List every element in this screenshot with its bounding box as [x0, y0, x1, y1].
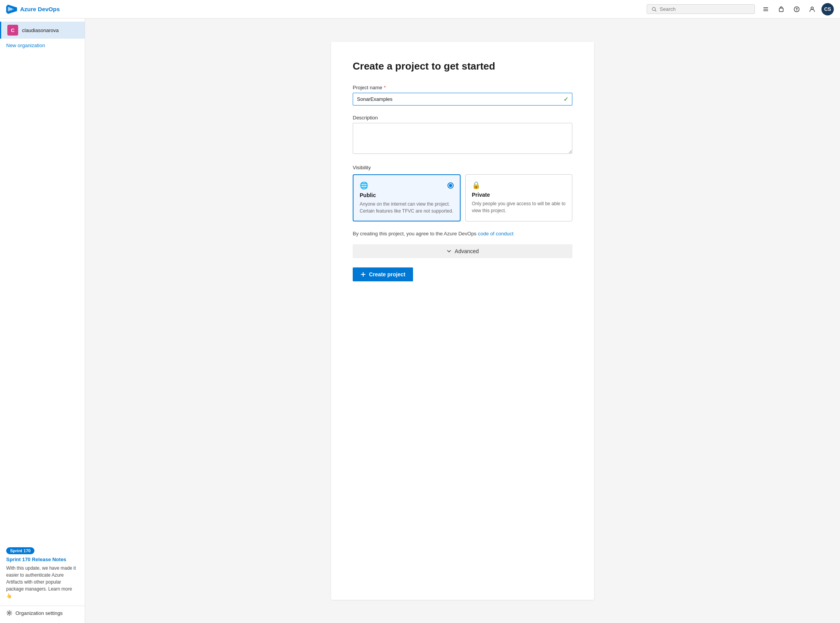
- logo-text: Azure DevOps: [20, 6, 60, 12]
- user-avatar[interactable]: CS: [821, 3, 834, 15]
- main-content: Create a project to get started Project …: [85, 19, 840, 623]
- svg-point-0: [652, 7, 656, 10]
- sidebar: C claudiasonarova New organization Sprin…: [0, 19, 85, 623]
- svg-rect-4: [763, 10, 768, 11]
- lock-icon: 🔒: [472, 181, 480, 189]
- project-name-input-wrapper: ✓: [353, 93, 572, 106]
- search-icon: [652, 7, 657, 12]
- public-radio-inner: [449, 184, 452, 187]
- visibility-private-card[interactable]: 🔒 Private Only people you give access to…: [465, 174, 572, 221]
- create-project-label: Create project: [369, 271, 405, 277]
- visibility-group: Visibility 🌐 Public Anyone on the intern…: [353, 165, 572, 221]
- public-description: Anyone on the internet can view the proj…: [360, 201, 454, 214]
- project-name-group: Project name * ✓: [353, 85, 572, 106]
- azure-devops-logo-icon: [6, 4, 17, 15]
- page-title: Create a project to get started: [353, 60, 572, 72]
- sidebar-bottom: Sprint 170 Sprint 170 Release Notes With…: [0, 541, 85, 606]
- svg-rect-2: [763, 7, 768, 8]
- logo-link[interactable]: Azure DevOps: [6, 4, 60, 15]
- public-title: Public: [360, 192, 454, 198]
- question-icon: [794, 6, 800, 12]
- create-project-button[interactable]: Create project: [353, 267, 413, 281]
- plus-icon: [360, 272, 366, 277]
- bag-icon: [778, 6, 784, 12]
- terms-text: By creating this project, you agree to t…: [353, 231, 572, 237]
- globe-icon: 🌐: [360, 181, 368, 190]
- search-box[interactable]: [647, 4, 755, 14]
- create-project-form: Create a project to get started Project …: [331, 42, 594, 600]
- chevron-down-icon: [446, 249, 452, 254]
- visibility-options: 🌐 Public Anyone on the internet can view…: [353, 174, 572, 221]
- private-title: Private: [472, 192, 566, 198]
- shopping-icon-button[interactable]: [775, 3, 787, 15]
- advanced-toggle-button[interactable]: Advanced: [353, 244, 572, 258]
- svg-rect-3: [763, 9, 768, 10]
- input-valid-check-icon: ✓: [563, 95, 569, 103]
- sprint-description: With this update, we have made it easier…: [6, 565, 79, 599]
- svg-line-1: [655, 10, 656, 11]
- description-input[interactable]: [353, 123, 572, 154]
- advanced-label: Advanced: [455, 248, 479, 254]
- organization-settings-label: Organization settings: [15, 610, 63, 616]
- sidebar-org-item[interactable]: C claudiasonarova: [0, 22, 85, 39]
- help-icon-button[interactable]: [790, 3, 803, 15]
- app-header: Azure DevOps: [0, 0, 840, 19]
- sprint-title[interactable]: Sprint 170 Release Notes: [6, 557, 79, 562]
- visibility-label: Visibility: [353, 165, 572, 170]
- svg-point-8: [811, 7, 813, 9]
- person-icon: [809, 6, 815, 12]
- organization-settings-link[interactable]: Organization settings: [0, 606, 85, 620]
- app-layout: C claudiasonarova New organization Sprin…: [0, 19, 840, 623]
- svg-rect-5: [779, 8, 783, 12]
- svg-point-9: [9, 612, 10, 614]
- project-name-input[interactable]: [353, 93, 572, 106]
- description-group: Description: [353, 115, 572, 155]
- svg-point-7: [796, 10, 797, 11]
- gear-icon: [6, 610, 12, 616]
- required-star: *: [384, 85, 386, 90]
- private-description: Only people you give access to will be a…: [472, 200, 566, 214]
- sprint-badge: Sprint 170: [6, 547, 34, 554]
- public-radio-button[interactable]: [447, 182, 454, 189]
- org-name-label: claudiasonarova: [22, 27, 59, 33]
- code-of-conduct-link[interactable]: code of conduct: [478, 231, 514, 237]
- new-organization-link[interactable]: New organization: [0, 39, 85, 52]
- org-avatar: C: [7, 25, 18, 36]
- search-input[interactable]: [660, 6, 750, 12]
- public-card-header: 🌐: [360, 181, 454, 190]
- header-icons: CS: [760, 3, 834, 15]
- private-card-header: 🔒: [472, 181, 566, 189]
- visibility-public-card[interactable]: 🌐 Public Anyone on the internet can view…: [353, 174, 461, 221]
- project-name-label: Project name *: [353, 85, 572, 90]
- user-icon-button[interactable]: [806, 3, 818, 15]
- notification-icon-button[interactable]: [760, 3, 772, 15]
- list-icon: [763, 6, 769, 12]
- description-label: Description: [353, 115, 572, 121]
